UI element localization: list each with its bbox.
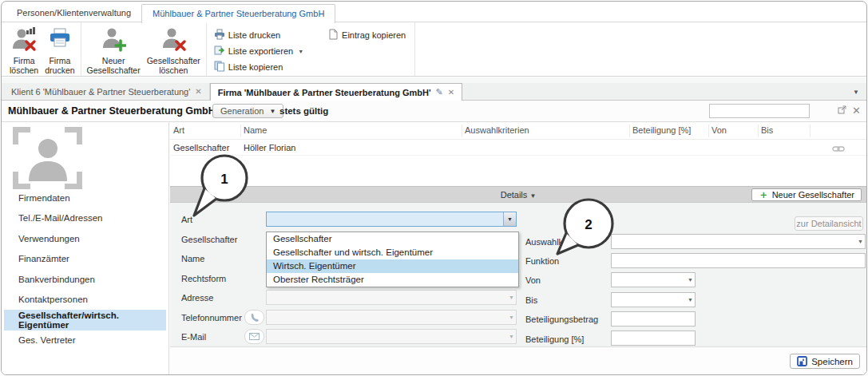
- beteiligung-prozent-input[interactable]: [611, 330, 696, 346]
- button-label: Liste drucken: [228, 30, 280, 40]
- adresse-combobox[interactable]: ▼: [266, 290, 517, 305]
- button-label: Neuer: [102, 56, 125, 66]
- firma-loeschen-button[interactable]: Firma löschen: [6, 24, 42, 76]
- doc-tab-label: Firma 'Mühlbauer & Partner Steuerberatun…: [218, 88, 431, 97]
- button-label: Gesellschafter: [87, 65, 141, 76]
- auswahlkriterien-combobox[interactable]: ▼: [611, 234, 866, 249]
- label-art: Art: [181, 215, 192, 224]
- zur-detailansicht-button[interactable]: zur Detailansicht: [795, 216, 863, 231]
- search-input[interactable]: [709, 104, 810, 118]
- tab-list-dropdown-icon[interactable]: ▼: [853, 89, 859, 96]
- plus-icon: ＋: [759, 191, 769, 199]
- firma-drucken-button[interactable]: Firma drucken: [42, 24, 77, 76]
- ribbon-toolbar: Firma löschen Firma drucken: [2, 22, 866, 77]
- copy-icon: [214, 61, 225, 73]
- generation-dropdown-button[interactable]: Generation ▼: [212, 104, 283, 118]
- export-icon: [214, 45, 225, 57]
- person-add-icon: [101, 26, 126, 56]
- label-bis: Bis: [525, 295, 537, 305]
- ribbon-separator-strip: [2, 77, 866, 83]
- company-title: Mühlbauer & Partner Steuerberatung GmbH: [8, 105, 216, 117]
- sidebar-item-bankverbindungen[interactable]: Bankverbindungen: [4, 269, 166, 290]
- doc-tab-klient6[interactable]: Klient 6 'Mühlbauer & Partner Steuerbera…: [4, 83, 210, 100]
- bis-combobox[interactable]: ▼: [611, 292, 696, 307]
- column-header-name[interactable]: Name: [244, 125, 267, 135]
- dropdown-option-gesellschafter[interactable]: Gesellschafter: [267, 232, 518, 246]
- column-header-art[interactable]: Art: [173, 125, 184, 135]
- close-icon[interactable]: ✕: [852, 106, 861, 115]
- beteiligungsbetrag-input[interactable]: [611, 311, 696, 327]
- label-rechtsform: Rechtsform: [181, 274, 226, 283]
- sidebar-item-kontaktpersonen[interactable]: Kontaktpersonen: [4, 290, 166, 311]
- label-von: Von: [525, 275, 541, 285]
- art-dropdown-list: Gesellschafter Gesellschafter und wirtsc…: [266, 232, 519, 287]
- eintrag-kopieren-button[interactable]: Eintrag kopieren: [327, 30, 406, 41]
- liste-drucken-button[interactable]: Liste drucken: [214, 30, 303, 41]
- details-form: Art Gesellschafter Name Rechtsform Adres…: [170, 203, 866, 346]
- sidebar-item-gesellschafter[interactable]: Gesellschafter/wirtsch. Eigentümer: [4, 310, 166, 330]
- email-button[interactable]: [244, 329, 264, 344]
- liste-kopieren-button[interactable]: Liste kopieren: [214, 61, 303, 73]
- von-combobox[interactable]: ▼: [611, 272, 696, 287]
- neuer-gesellschafter-button[interactable]: Neuer Gesellschafter: [84, 24, 144, 76]
- generation-label: Generation: [220, 106, 264, 116]
- button-label: löschen: [10, 65, 38, 76]
- label-beteiligungsbetrag: Beteiligungsbetrag: [525, 315, 598, 324]
- chevron-down-icon: ▼: [269, 108, 275, 115]
- doc-tab-firma[interactable]: Firma 'Mühlbauer & Partner Steuerberatun…: [210, 83, 462, 101]
- details-bar: Details ▼ ＋ Neuer Gesellschafter: [170, 186, 866, 203]
- phone-button[interactable]: [244, 310, 264, 325]
- button-label: Liste exportieren: [228, 46, 293, 56]
- close-icon[interactable]: ✕: [195, 87, 201, 96]
- art-combobox[interactable]: ▼: [266, 212, 517, 227]
- dropdown-option-wirtsch-eigentuemer[interactable]: Wirtsch. Eigentümer: [267, 259, 518, 273]
- sidebar-item-firmendaten[interactable]: Firmendaten: [4, 188, 166, 208]
- bottom-bar: Speichern: [170, 346, 866, 374]
- column-header-auswahlkriterien[interactable]: Auswahlkriterien: [465, 125, 529, 135]
- close-icon[interactable]: ✕: [448, 88, 454, 97]
- label-beteiligung-prozent: Beteiligung [%]: [525, 334, 584, 344]
- dropdown-option-oberster-rechtstraeger[interactable]: Oberster Rechtsträger: [267, 273, 518, 287]
- ribbon-tab-muehlbauer[interactable]: Mühlbauer & Partner Steuerberatung GmbH: [141, 4, 335, 23]
- sidebar-item-tel-email-adressen[interactable]: Tel./E-Mail/Adressen: [4, 208, 166, 229]
- column-header-bis[interactable]: Bis: [761, 125, 773, 135]
- dropdown-option-gesellschafter-und-wirtsch-eigentuemer[interactable]: Gesellschafter und wirtsch. Eigentümer: [267, 246, 518, 259]
- phone-icon: [250, 313, 260, 323]
- button-label: Firma: [49, 56, 70, 66]
- speichern-button[interactable]: Speichern: [790, 354, 860, 369]
- funktion-input[interactable]: [611, 253, 866, 268]
- table-row[interactable]: Gesellschafter Höller Florian: [170, 140, 866, 156]
- person-silhouette-icon: [26, 137, 69, 181]
- sidebar-item-ges-vertreter[interactable]: Ges. Vertreter: [4, 330, 166, 351]
- label-telefonnummer: Telefonnummer: [181, 313, 242, 323]
- ribbon-tab-personen[interactable]: Personen/Klientenverwaltung: [6, 4, 141, 22]
- pencil-icon: ✎: [436, 87, 443, 97]
- sidebar-item-finanzaemter[interactable]: Finanzämter: [4, 249, 166, 270]
- button-label: Eintrag kopieren: [342, 30, 406, 40]
- email-combobox[interactable]: ▼: [266, 329, 517, 344]
- chevron-down-icon[interactable]: ▼: [503, 212, 516, 226]
- person-delete-icon: [161, 26, 186, 56]
- column-header-von[interactable]: Von: [711, 125, 727, 135]
- liste-exportieren-button[interactable]: Liste exportieren ▼: [214, 46, 303, 57]
- doc-tab-label: Klient 6 'Mühlbauer & Partner Steuerbera…: [11, 87, 190, 97]
- button-label: löschen: [159, 65, 188, 76]
- popout-icon[interactable]: [838, 105, 846, 116]
- list-header: Art Name Auswahlkriterien Beteiligung [%…: [170, 122, 866, 140]
- toolbar-group-gesellschafter: Neuer Gesellschafter Gesellschafter lösc…: [81, 22, 207, 76]
- link-icon: [832, 144, 845, 154]
- telefonnummer-combobox[interactable]: ▼: [266, 310, 517, 325]
- company-photo-placeholder: [13, 127, 82, 189]
- column-header-beteiligung[interactable]: Beteiligung [%]: [632, 125, 691, 135]
- person-delete-icon: [11, 26, 37, 56]
- button-label: Gesellschafter: [147, 56, 200, 66]
- neuer-gesellschafter-inline-button[interactable]: ＋ Neuer Gesellschafter: [751, 188, 862, 201]
- application-window: Personen/Klientenverwaltung Mühlbauer & …: [1, 1, 867, 375]
- label-email: E-Mail: [181, 332, 206, 342]
- button-label: Liste kopieren: [228, 62, 283, 72]
- gesellschafter-loeschen-button[interactable]: Gesellschafter löschen: [144, 24, 204, 76]
- document-copy-icon: [327, 29, 339, 42]
- sidebar-item-verwendungen[interactable]: Verwendungen: [4, 228, 166, 249]
- ribbon-tab-strip: Personen/Klientenverwaltung Mühlbauer & …: [6, 4, 335, 22]
- button-label: drucken: [45, 65, 74, 76]
